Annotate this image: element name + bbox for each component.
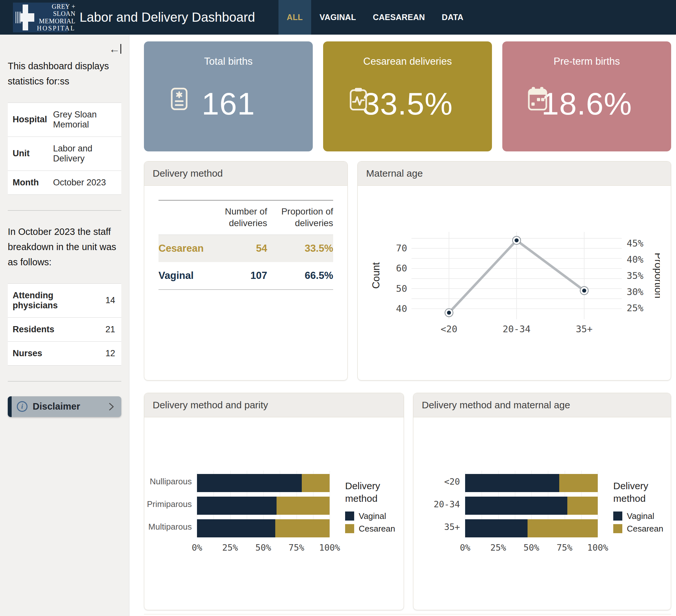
y2-axis-tick: 40% (627, 254, 644, 265)
staff-table: Attending physicians 14 Residents 21 Nur… (8, 283, 121, 366)
delivery-method-parity-card: Delivery method and parity NulliparousPr… (144, 393, 404, 610)
legend-title: Delivery method (345, 480, 402, 505)
parity-stacked-bar-chart: NulliparousPrimiparousMultiparous 0%25%5… (144, 417, 404, 610)
value-box-value: 18.6% (542, 86, 632, 122)
sidebar-divider (8, 381, 121, 382)
nav-tab-vaginal[interactable]: VAGINAL (311, 0, 364, 35)
table-row: Attending physicians 14 (8, 284, 121, 318)
x-axis-tick: 100% (587, 543, 608, 553)
card-title: Delivery method and parity (144, 393, 404, 417)
value-box-preterm-births: Pre-term births 18.6% (502, 41, 671, 152)
bar-category-label: Nulliparous (146, 473, 197, 491)
y-axis-tick: 40 (396, 303, 407, 314)
y2-axis-tick: 25% (627, 302, 644, 314)
table-row: Nurses 12 (8, 342, 121, 366)
bar-segment-vaginal (465, 497, 567, 515)
value-box-cesarean-deliveries: Cesarean deliveries 33.5% (323, 41, 492, 152)
value-box-value: 33.5% (362, 86, 453, 122)
bar-category-label: <20 (414, 473, 465, 491)
nav-tab-all[interactable]: ALL (279, 0, 312, 35)
disclaimer-label: Disclaimer (33, 401, 80, 412)
maternal-age-line-chart: 4050607025%30%35%40%45%<2020-3435+CountP… (358, 186, 671, 380)
age-stacked-bar-chart: <2020-3435+ 0%25%50%75%100% Delivery met… (413, 417, 671, 610)
stacked-bar (197, 519, 330, 538)
stacked-bar (465, 497, 598, 515)
x-axis-tick: 25% (222, 543, 238, 553)
table-row: Month October 2023 (8, 171, 121, 195)
bottom-divider (144, 614, 671, 614)
y2-axis-tick: 30% (627, 286, 644, 297)
table-row: Cesarean 54 33.5% (159, 234, 333, 262)
card-title: Delivery method and maternal age (413, 393, 671, 417)
bar-segment-cesarean (277, 497, 330, 515)
legend-swatch (613, 524, 622, 533)
value-box-value: 161 (202, 86, 255, 122)
y-axis-label: Count (370, 262, 381, 289)
x-axis-tick: 35+ (576, 324, 593, 335)
card-title: Maternal age (358, 161, 671, 186)
chart-legend: Delivery methodVaginalCesarean (345, 480, 402, 534)
line-chart-svg: 4050607025%30%35%40%45%<2020-3435+CountP… (369, 229, 660, 336)
bar-category-label: 20-34 (414, 495, 465, 513)
y2-axis-label: Proportion (653, 253, 660, 298)
x-axis-tick: 0% (192, 543, 203, 553)
page-title: Labor and Delivery Dashboard (79, 10, 255, 24)
bar-category-label: Primiparous (146, 495, 197, 513)
x-axis-tick: <20 (441, 324, 457, 335)
bar-segment-vaginal (465, 474, 559, 492)
chevron-right-icon (108, 401, 115, 412)
chart-legend: Delivery methodVaginalCesarean (613, 480, 670, 534)
sidebar-divider (8, 210, 121, 211)
app-header: GREY + SLOAN MEMORIAL HOSPITAL Labor and… (0, 0, 676, 35)
legend-label: Cesarean (627, 524, 663, 534)
bar-segment-vaginal (197, 474, 302, 492)
bar-segment-cesarean (567, 497, 598, 515)
legend-title: Delivery method (613, 480, 670, 505)
medical-report-icon (167, 87, 192, 112)
bar-segment-vaginal (197, 519, 275, 538)
bar-segment-vaginal (465, 519, 527, 538)
y-axis-tick: 70 (396, 243, 407, 254)
gridline (598, 471, 598, 537)
delivery-method-maternal-age-card: Delivery method and maternal age <2020-3… (413, 393, 671, 610)
y2-axis-tick: 45% (627, 238, 644, 249)
staff-intro-text: In October 2023 the staff breakdown in t… (8, 224, 121, 270)
clipboard-pulse-icon (346, 87, 371, 112)
value-box-total-births: Total births 161 (144, 41, 313, 152)
nav-tab-data[interactable]: DATA (434, 0, 472, 35)
main-content: Total births 161 Cesarean deliveries (129, 35, 676, 616)
stacked-bar-chart: <2020-3435+ 0%25%50%75%100% Delivery met… (414, 473, 670, 555)
legend-label: Vaginal (359, 511, 386, 521)
stacked-bar (197, 474, 330, 492)
main-nav: ALL VAGINAL CAESAREAN DATA (279, 0, 472, 35)
stacked-bar (197, 497, 330, 515)
y-axis-tick: 50 (396, 283, 407, 294)
sidebar-intro-text: This dashboard displays statistics for:s… (8, 59, 121, 89)
x-axis-tick: 50% (256, 543, 271, 553)
table-row: Hospital Grey Sloan Memorial (8, 103, 121, 137)
bar-segment-vaginal (197, 497, 277, 515)
table-row: Vaginal 107 66.5% (159, 262, 333, 290)
info-icon: i (17, 401, 27, 412)
x-axis-tick: 100% (319, 543, 340, 553)
sidebar-collapse-icon[interactable]: ← (109, 43, 121, 54)
delivery-method-card: Delivery method Number of deliveries Pro… (144, 161, 348, 381)
bar-segment-cesarean (275, 519, 330, 538)
legend-swatch (345, 511, 354, 520)
delivery-method-table: Number of deliveries Proportion of deliv… (159, 200, 333, 290)
x-axis-tick: 50% (524, 543, 540, 553)
calendar-icon (525, 87, 550, 112)
hospital-cross-icon (15, 5, 34, 31)
legend-swatch (345, 524, 354, 533)
legend-item: Vaginal (613, 511, 670, 521)
nav-tab-caesarean[interactable]: CAESAREAN (364, 0, 434, 35)
disclaimer-accordion-button[interactable]: i Disclaimer (8, 396, 121, 417)
legend-item: Cesarean (345, 524, 402, 534)
x-axis-tick: 75% (557, 543, 572, 553)
x-axis-tick: 20-34 (503, 324, 530, 335)
legend-label: Vaginal (627, 511, 654, 521)
table-row: Residents 21 (8, 318, 121, 342)
column-header: Proportion of deliveries (267, 200, 333, 234)
bar-category-label: Multiparous (146, 518, 197, 536)
y2-axis-tick: 35% (627, 270, 644, 281)
